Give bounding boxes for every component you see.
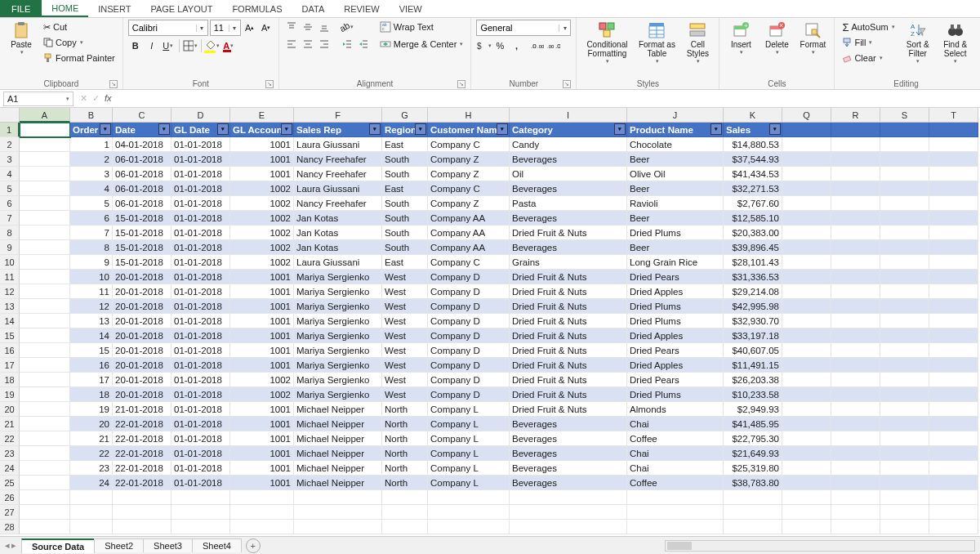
cell[interactable] xyxy=(880,314,929,328)
worksheet-grid[interactable]: ABCDEFGHIJKQRST 123456789101112131415161… xyxy=(0,108,980,536)
cell[interactable] xyxy=(782,343,831,358)
cell[interactable] xyxy=(929,358,978,373)
name-box[interactable]: A1▾ xyxy=(3,92,74,106)
cell[interactable] xyxy=(880,476,929,490)
row-header[interactable]: 1 xyxy=(0,123,20,137)
cell[interactable]: 01-01-2018 xyxy=(172,270,230,284)
align-right-button[interactable] xyxy=(317,37,332,51)
cell[interactable] xyxy=(20,431,70,446)
cell[interactable]: 3 xyxy=(70,167,113,181)
cell[interactable]: 15-01-2018 xyxy=(113,240,172,255)
percent-button[interactable]: % xyxy=(492,38,507,53)
column-header-S[interactable]: S xyxy=(880,108,929,123)
cell[interactable] xyxy=(880,226,929,240)
cell[interactable] xyxy=(929,328,978,343)
scrollbar-thumb[interactable] xyxy=(667,542,692,550)
cell[interactable] xyxy=(20,358,70,373)
cell[interactable] xyxy=(20,226,70,240)
cell[interactable]: Dried Fruit & Nuts xyxy=(510,284,627,299)
row-header[interactable]: 8 xyxy=(0,226,20,240)
row-header[interactable]: 26 xyxy=(0,490,20,505)
chevron-down-icon[interactable]: ▾ xyxy=(229,25,240,32)
cell[interactable]: 15-01-2018 xyxy=(113,226,172,240)
cell[interactable]: 01-01-2018 xyxy=(172,181,230,196)
cell[interactable]: West xyxy=(382,358,428,373)
font-color-button[interactable]: A▾ xyxy=(221,38,236,53)
cell[interactable] xyxy=(880,284,929,299)
cell[interactable] xyxy=(510,520,627,534)
cell[interactable]: $39,896.45 xyxy=(724,240,782,255)
cell[interactable]: Chai xyxy=(627,446,724,461)
cell[interactable] xyxy=(230,490,294,505)
cell[interactable] xyxy=(20,417,70,431)
cell[interactable]: Company L xyxy=(428,431,510,446)
cell[interactable] xyxy=(929,520,978,534)
cell[interactable] xyxy=(929,314,978,328)
row-header[interactable]: 23 xyxy=(0,446,20,461)
cell[interactable]: Beverages xyxy=(510,446,627,461)
cell[interactable]: 22-01-2018 xyxy=(113,431,172,446)
cell[interactable]: Dried Apples xyxy=(627,328,724,343)
borders-button[interactable]: ▾ xyxy=(183,38,198,53)
cell[interactable]: 06-01-2018 xyxy=(113,167,172,181)
cell[interactable]: Company Z xyxy=(428,152,510,167)
cut-button[interactable]: ✂Cut xyxy=(41,20,118,34)
cell[interactable]: 04-01-2018 xyxy=(113,137,172,152)
cell[interactable]: 1001 xyxy=(230,270,294,284)
cell[interactable]: Company L xyxy=(428,402,510,417)
tab-view[interactable]: VIEW xyxy=(390,0,432,17)
cell[interactable] xyxy=(294,490,382,505)
cell[interactable]: South xyxy=(382,196,428,211)
cell[interactable]: $31,336.53 xyxy=(724,270,782,284)
cell[interactable]: North xyxy=(382,431,428,446)
cell[interactable]: Order ID▾ xyxy=(70,123,113,137)
cell[interactable] xyxy=(172,490,230,505)
cell[interactable]: Company L xyxy=(428,446,510,461)
cell[interactable] xyxy=(20,167,70,181)
cell[interactable]: South xyxy=(382,240,428,255)
filter-dropdown-icon[interactable]: ▾ xyxy=(710,123,722,135)
cell[interactable]: Company AA xyxy=(428,226,510,240)
row-header[interactable]: 21 xyxy=(0,417,20,431)
cell[interactable]: 22-01-2018 xyxy=(113,476,172,490)
orientation-button[interactable]: ab▾ xyxy=(340,20,354,34)
cell[interactable]: 1 xyxy=(70,137,113,152)
cell[interactable] xyxy=(20,299,70,314)
cell[interactable]: Beverages xyxy=(510,181,627,196)
cell[interactable]: Pasta xyxy=(510,196,627,211)
dialog-launcher-icon[interactable]: ↘ xyxy=(109,80,118,88)
cell[interactable]: 01-01-2018 xyxy=(172,226,230,240)
cell[interactable] xyxy=(782,299,831,314)
accounting-format-button[interactable]: $▾ xyxy=(476,38,491,53)
cell[interactable] xyxy=(831,270,880,284)
column-header-D[interactable]: D xyxy=(172,108,230,123)
cell[interactable]: Mariya Sergienko xyxy=(294,358,382,373)
copy-button[interactable]: Copy▾ xyxy=(41,35,118,50)
fill-color-button[interactable]: ▾ xyxy=(205,38,220,53)
find-select-button[interactable]: Find & Select▾ xyxy=(938,20,973,66)
cell[interactable]: 20-01-2018 xyxy=(113,343,172,358)
wrap-text-button[interactable]: abcWrap Text xyxy=(377,20,466,34)
fx-icon[interactable]: fx xyxy=(105,93,112,104)
cell[interactable]: 22-01-2018 xyxy=(113,446,172,461)
cell[interactable]: $40,607.05 xyxy=(724,343,782,358)
cell[interactable] xyxy=(510,505,627,520)
cell[interactable] xyxy=(70,520,113,534)
cell[interactable]: Dried Pears xyxy=(627,270,724,284)
cell[interactable]: Chai xyxy=(627,417,724,431)
cell[interactable]: 1002 xyxy=(230,196,294,211)
align-top-button[interactable] xyxy=(284,20,299,34)
cell[interactable]: Beverages xyxy=(510,240,627,255)
chevron-down-icon[interactable]: ▾ xyxy=(559,25,570,32)
cell[interactable]: Nancy Freehafer xyxy=(294,152,382,167)
cell[interactable]: East xyxy=(382,181,428,196)
cell[interactable]: Beer xyxy=(627,152,724,167)
cell[interactable]: $12,585.10 xyxy=(724,211,782,226)
increase-indent-button[interactable] xyxy=(356,37,371,51)
cell[interactable] xyxy=(782,520,831,534)
cell[interactable]: 01-01-2018 xyxy=(172,328,230,343)
cell[interactable] xyxy=(627,490,724,505)
cell[interactable] xyxy=(831,373,880,387)
cell[interactable]: $33,197.18 xyxy=(724,328,782,343)
cell[interactable] xyxy=(20,152,70,167)
